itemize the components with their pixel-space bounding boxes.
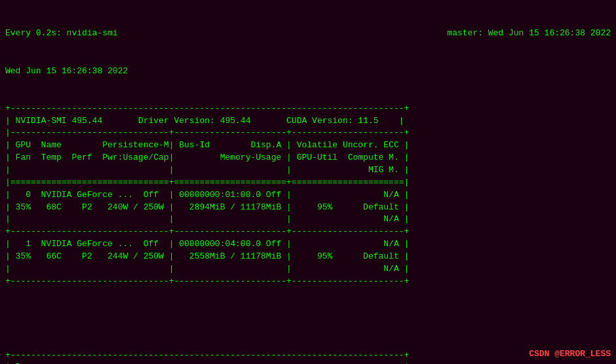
table-row: | 35% 68C P2 240W / 250W | 2894MiB / 111… [5,202,611,214]
processes-row: | Processes: | [5,361,611,364]
table-row: |===============================+=======… [5,177,611,189]
table-row: | GPU Name Persistence-M| Bus-Id Disp.A … [5,139,611,152]
watermark-text: CSDN @ERROR_LESS [529,349,611,359]
table-row: | Fan Temp Perf Pwr:Usage/Cap| Memory-Us… [5,152,611,164]
terminal: Every 0.2s: nvidia-smi master: Wed Jun 1… [0,0,616,364]
table-row: | | | N/A | [5,213,611,226]
table-row: | 0 NVIDIA GeForce ... Off | 00000000:01… [5,189,611,202]
gpu-table: +---------------------------------------… [3,103,613,288]
table-row: +-------------------------------+-------… [5,226,611,238]
timestamp-line: Wed Jun 15 16:26:38 2022 [3,65,613,78]
table-row: +---------------------------------------… [5,103,611,115]
header-right: master: Wed Jun 15 16:26:38 2022 [447,27,611,40]
table-row: | 1 NVIDIA GeForce ... Off | 00000000:04… [5,238,611,251]
blank-line [3,312,613,325]
header-bar: Every 0.2s: nvidia-smi master: Wed Jun 1… [3,26,613,41]
table-row: | 35% 66C P2 244W / 250W | 2558MiB / 111… [5,251,611,263]
table-row: |-------------------------------+-------… [5,127,611,139]
table-row: | NVIDIA-SMI 495.44 Driver Version: 495.… [5,115,611,128]
header-left: Every 0.2s: nvidia-smi [5,27,118,40]
processes-table: +---------------------------------------… [3,350,613,364]
table-row: | | | MIG M. | [5,164,611,177]
table-row: | | | N/A | [5,263,611,276]
table-row: +-------------------------------+-------… [5,276,611,288]
processes-header: +---------------------------------------… [5,350,611,362]
